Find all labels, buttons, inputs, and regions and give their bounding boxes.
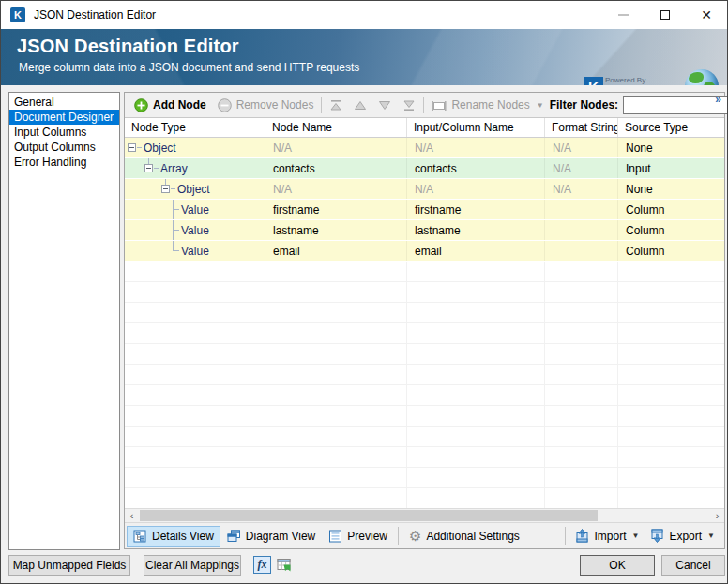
grid-empty-row <box>125 385 724 406</box>
tree-connector-line <box>154 168 159 169</box>
toolbar-separator <box>423 97 424 113</box>
move-top-button[interactable] <box>324 95 348 115</box>
export-icon <box>650 529 664 543</box>
export-button[interactable]: Export ▼ <box>645 526 720 546</box>
ok-button[interactable]: OK <box>580 555 655 576</box>
grid-empty-cell <box>545 282 618 302</box>
grid-empty-cell <box>265 385 407 405</box>
tab-details-view[interactable]: Details View <box>127 526 220 547</box>
map-unmapped-fields-button[interactable]: Map Unmapped Fields <box>8 555 130 576</box>
add-node-button[interactable]: Add Node <box>129 95 212 115</box>
grid-empty-cell <box>125 385 265 405</box>
minimize-button[interactable] <box>603 1 645 29</box>
node-toolbar: Add Node Remove Nodes Rename Nod <box>125 93 724 118</box>
scrollbar-track[interactable] <box>139 509 710 522</box>
sidebar-item-general[interactable]: General <box>9 95 119 110</box>
sidebar-item-error-handling[interactable]: Error Handling <box>9 155 119 170</box>
grid-empty-cell <box>265 406 407 426</box>
title-bar: K JSON Destination Editor ✕ <box>1 1 727 29</box>
tree-expander-icon[interactable] <box>144 164 153 172</box>
chevron-down-icon: ▼ <box>631 532 639 540</box>
grid-empty-cell <box>545 303 618 322</box>
scrollbar-thumb[interactable] <box>140 510 598 521</box>
grid-empty-cell <box>545 447 618 467</box>
tree-connector-line <box>173 209 179 210</box>
grid-row[interactable]: ObjectN/AN/AN/ANone <box>125 179 724 200</box>
move-up-button[interactable] <box>348 95 372 115</box>
grid-empty-cell <box>545 262 618 281</box>
grid-empty-cell <box>125 282 265 302</box>
grid-row[interactable]: ValuelastnamelastnameColumn <box>125 220 724 241</box>
close-button[interactable]: ✕ <box>686 1 727 29</box>
mapping-grid-icon <box>277 557 293 573</box>
rename-icon <box>432 99 447 112</box>
sidebar-item-output-columns[interactable]: Output Columns <box>9 140 119 155</box>
toolbar-separator <box>321 97 322 113</box>
grid-empty-row <box>125 488 724 508</box>
grid-empty-cell <box>125 427 265 446</box>
cell-input-column-name: firstname <box>407 200 545 219</box>
cell-node-type: Value <box>125 241 265 261</box>
grid-empty-cell <box>545 406 618 426</box>
rename-nodes-button[interactable]: Rename Nodes ▼ <box>426 95 549 115</box>
move-bottom-icon <box>402 99 416 112</box>
grid-empty-cell <box>545 385 618 405</box>
scroll-left-button[interactable]: ‹ <box>125 509 139 522</box>
horizontal-scrollbar[interactable]: ‹ › <box>125 508 724 522</box>
cancel-button[interactable]: Cancel <box>661 555 725 576</box>
column-header-format-string: Format String <box>545 118 618 137</box>
tab-diagram-view[interactable]: Diagram View <box>220 526 322 547</box>
cell-format-string <box>545 241 618 261</box>
grid-empty-cell <box>265 323 407 343</box>
sidebar-item-input-columns[interactable]: Input Columns <box>9 125 119 140</box>
tab-additional-settings[interactable]: ⚙ Additional Settings <box>402 525 526 547</box>
minimize-icon <box>618 14 629 16</box>
brand-k-icon: K <box>584 77 603 85</box>
grid-empty-cell <box>265 365 407 384</box>
grid-empty-cell <box>407 406 545 426</box>
view-tab-strip: Details View Diagram View Preview ⚙ Addi… <box>125 522 724 548</box>
grid-empty-cell <box>545 344 618 364</box>
maximize-button[interactable] <box>645 1 686 29</box>
remove-nodes-button[interactable]: Remove Nodes <box>212 95 320 115</box>
grid-empty-cell <box>125 365 265 384</box>
tree-connector-line <box>171 188 175 189</box>
tab-preview[interactable]: Preview <box>322 526 394 547</box>
filter-nodes-input[interactable] <box>623 96 728 114</box>
app-icon: K <box>10 7 25 22</box>
import-export-group: Import ▼ Export ▼ <box>561 526 720 546</box>
grid-row[interactable]: ValuefirstnamefirstnameColumn <box>125 200 724 220</box>
grid-empty-cell <box>407 385 545 405</box>
grid-empty-cell <box>407 427 545 446</box>
grid-empty-cell <box>618 447 724 467</box>
import-button[interactable]: Import ▼ <box>569 526 645 546</box>
toolbar-overflow-button[interactable]: » <box>715 94 721 105</box>
grid-empty-cell <box>618 406 724 426</box>
expression-fx-button[interactable]: fx <box>253 556 271 574</box>
column-header-input-column-name: Input/Column Name <box>407 118 545 137</box>
move-down-button[interactable] <box>372 95 397 115</box>
scroll-right-button[interactable]: › <box>710 509 724 522</box>
grid-empty-cell <box>407 262 545 281</box>
column-header-source-type: Source Type <box>618 118 724 137</box>
grid-row[interactable]: ValueemailemailColumn <box>125 241 724 262</box>
grid-row[interactable]: ArraycontactscontactsN/AInput <box>125 158 724 179</box>
tree-expander-icon[interactable] <box>161 185 170 193</box>
grid-empty-cell <box>618 262 724 281</box>
document-designer-panel: Add Node Remove Nodes Rename Nod <box>124 92 725 549</box>
cell-node-type: Object <box>125 138 265 157</box>
grid-empty-cell <box>618 488 724 508</box>
grid-empty-cell <box>407 344 545 364</box>
sidebar-item-document-designer[interactable]: Document Designer <box>9 110 119 125</box>
cell-source-type: Column <box>618 241 724 261</box>
move-bottom-button[interactable] <box>397 95 421 115</box>
tree-expander-icon[interactable] <box>128 143 136 152</box>
grid-row[interactable]: ObjectN/AN/AN/ANone <box>125 138 724 158</box>
cell-node-name: N/A <box>265 179 407 199</box>
cell-input-column-name: email <box>407 241 545 261</box>
grid-empty-row <box>125 303 724 323</box>
node-type-label: Array <box>160 162 188 175</box>
column-mapping-button[interactable] <box>276 556 294 574</box>
clear-all-mappings-button[interactable]: Clear All Mappings <box>144 555 241 576</box>
node-type-label: Object <box>177 183 210 196</box>
